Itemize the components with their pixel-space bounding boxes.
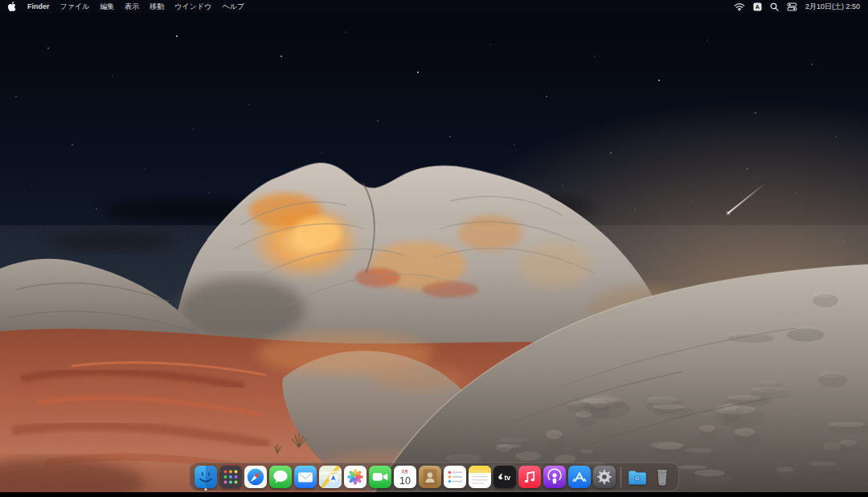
dock-item-downloads-folder[interactable]	[626, 466, 649, 488]
apple-menu-icon[interactable]	[8, 2, 17, 11]
dock-item-finder[interactable]	[194, 466, 217, 488]
svg-text:10: 10	[399, 475, 411, 487]
menu-item-2[interactable]: 表示	[125, 2, 139, 12]
menu-bar: Finder ファイル編集表示移動ウインドウヘルプ A 2月10日(土) 2:5…	[0, 0, 868, 13]
dock-item-maps[interactable]	[319, 466, 342, 488]
menu-items: ファイル編集表示移動ウインドウヘルプ	[60, 2, 245, 12]
status-icons: A	[734, 2, 797, 11]
desktop-wallpaper	[0, 0, 868, 497]
menu-item-4[interactable]: ウインドウ	[174, 2, 211, 12]
dock-item-facetime[interactable]	[369, 466, 391, 488]
dock-item-messages[interactable]	[269, 466, 292, 488]
input-source-icon[interactable]: A	[753, 2, 762, 11]
menu-item-5[interactable]: ヘルプ	[222, 2, 244, 12]
letterbox-bar	[0, 492, 868, 497]
menu-item-1[interactable]: 編集	[100, 2, 114, 12]
menu-item-0[interactable]: ファイル	[60, 2, 90, 12]
dock-item-music[interactable]	[518, 466, 541, 488]
svg-text:2月: 2月	[402, 469, 408, 474]
svg-text:tv: tv	[504, 474, 510, 482]
dock-item-podcasts[interactable]	[543, 466, 566, 488]
svg-text:A: A	[755, 3, 760, 10]
control-center-icon[interactable]	[787, 2, 797, 11]
dock-item-mail[interactable]	[294, 466, 317, 488]
dock-item-settings[interactable]	[593, 466, 616, 488]
running-indicator	[205, 488, 207, 491]
menu-bar-clock[interactable]: 2月10日(土) 2:50	[805, 2, 860, 12]
dock: 2月10tv	[189, 462, 679, 491]
dock-item-reminders[interactable]	[444, 466, 466, 488]
desktop: Finder ファイル編集表示移動ウインドウヘルプ A 2月10日(土) 2:5…	[0, 0, 868, 497]
wifi-icon[interactable]	[734, 2, 745, 11]
dock-divider	[620, 467, 621, 487]
dock-item-safari[interactable]	[244, 466, 267, 488]
dock-item-trash[interactable]	[651, 466, 674, 488]
active-app-name[interactable]: Finder	[27, 2, 50, 10]
menu-item-3[interactable]: 移動	[149, 2, 164, 12]
dock-item-calendar[interactable]: 2月10	[394, 466, 416, 488]
dock-item-notes[interactable]	[469, 466, 491, 488]
dock-item-launchpad[interactable]	[219, 466, 242, 488]
dock-item-appstore[interactable]	[568, 466, 591, 488]
spotlight-search-icon[interactable]	[770, 2, 779, 11]
dock-item-contacts[interactable]	[419, 466, 441, 488]
dock-item-photos[interactable]	[344, 466, 366, 488]
dock-item-tv[interactable]: tv	[493, 466, 516, 488]
